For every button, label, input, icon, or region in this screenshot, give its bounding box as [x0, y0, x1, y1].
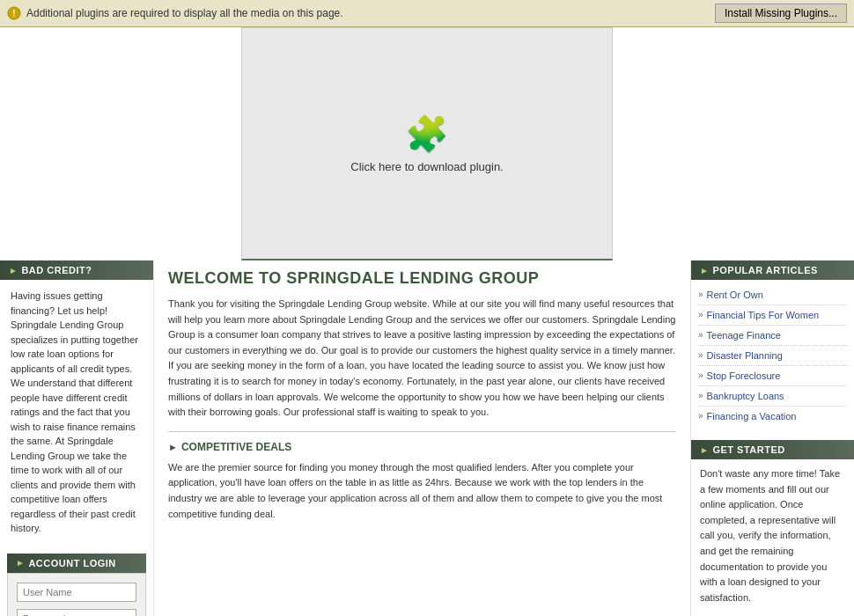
- install-plugins-button[interactable]: Install Missing Plugins...: [715, 4, 847, 23]
- list-item[interactable]: »Stop Foreclosure: [698, 366, 847, 386]
- svg-text:!: !: [12, 9, 15, 18]
- article-link[interactable]: Disaster Planning: [707, 350, 783, 361]
- article-link[interactable]: Financial Tips For Women: [707, 310, 820, 320]
- list-item[interactable]: »Rent Or Own: [698, 285, 847, 305]
- right-column: ► POPULAR ARTICLES »Rent Or Own»Financia…: [691, 260, 854, 616]
- account-login-title: ACCOUNT LOGIN: [28, 558, 115, 568]
- popular-articles-title: POPULAR ARTICLES: [712, 265, 817, 275]
- get-started-header: ► GET STARTED: [691, 440, 854, 459]
- plugin-download-text: Click here to download plugin.: [350, 160, 503, 173]
- welcome-text: Thank you for visiting the Springdale Le…: [168, 297, 676, 421]
- username-input[interactable]: [17, 583, 136, 602]
- left-column: ► BAD CREDIT? Having issues getting fina…: [0, 260, 154, 616]
- article-list: »Rent Or Own»Financial Tips For Women»Te…: [691, 280, 854, 431]
- list-item[interactable]: »Financial Tips For Women: [698, 305, 847, 326]
- popular-articles-section: ► POPULAR ARTICLES »Rent Or Own»Financia…: [691, 260, 854, 431]
- article-arrow-icon: »: [698, 391, 703, 400]
- article-link[interactable]: Stop Foreclosure: [707, 370, 781, 381]
- competitive-arrow: ►: [168, 442, 178, 452]
- list-item[interactable]: »Teenage Finance: [698, 326, 847, 346]
- get-started-text: Don't waste any more time! Take a few mo…: [691, 459, 854, 612]
- plugin-message: Additional plugins are required to displ…: [26, 7, 343, 19]
- main-wrapper: 🧩 Click here to download plugin. ► BAD C…: [0, 27, 854, 616]
- article-arrow-icon: »: [698, 310, 703, 319]
- password-input[interactable]: [17, 609, 136, 617]
- middle-column: WELCOME TO SPRINGDALE LENDING GROUP Than…: [154, 260, 691, 616]
- get-started-section: ► GET STARTED Don't waste any more time!…: [691, 440, 854, 612]
- competitive-deals-header: ► COMPETITIVE DEALS: [168, 441, 676, 453]
- puzzle-icon: 🧩: [405, 114, 449, 155]
- popular-arrow: ►: [700, 266, 709, 275]
- divider: [168, 431, 676, 432]
- competitive-text: We are the premier source for finding yo…: [168, 460, 676, 522]
- list-item[interactable]: »Financing a Vacation: [698, 407, 847, 426]
- article-arrow-icon: »: [698, 290, 703, 299]
- bad-credit-text: Having issues getting financing? Let us …: [0, 280, 153, 545]
- account-login-header: ► ACCOUNT LOGIN: [7, 554, 146, 573]
- login-arrow: ►: [16, 558, 25, 568]
- login-form: ENTER: [7, 573, 146, 617]
- list-item[interactable]: »Bankruptcy Loans: [698, 386, 847, 407]
- get-started-arrow: ►: [700, 445, 709, 455]
- article-arrow-icon: »: [698, 350, 703, 360]
- article-link[interactable]: Financing a Vacation: [707, 411, 797, 422]
- plugin-bar: ! Additional plugins are required to dis…: [0, 0, 854, 27]
- bad-credit-header: ► BAD CREDIT?: [0, 260, 153, 280]
- list-item[interactable]: »Disaster Planning: [698, 346, 847, 366]
- article-arrow-icon: »: [698, 411, 703, 421]
- article-link[interactable]: Rent Or Own: [707, 290, 763, 300]
- three-column-layout: ► BAD CREDIT? Having issues getting fina…: [0, 260, 854, 616]
- bad-credit-arrow: ►: [9, 266, 18, 275]
- plugin-area[interactable]: 🧩 Click here to download plugin.: [241, 27, 613, 260]
- article-link[interactable]: Bankruptcy Loans: [707, 391, 784, 401]
- popular-articles-header: ► POPULAR ARTICLES: [691, 260, 854, 280]
- warning-icon: !: [7, 6, 21, 20]
- article-arrow-icon: »: [698, 330, 703, 340]
- get-started-title: GET STARTED: [712, 444, 784, 455]
- plugin-bar-left: ! Additional plugins are required to dis…: [7, 6, 343, 20]
- competitive-title: COMPETITIVE DEALS: [181, 441, 291, 453]
- article-arrow-icon: »: [698, 370, 703, 380]
- bad-credit-title: BAD CREDIT?: [21, 265, 92, 275]
- account-login-section: ► ACCOUNT LOGIN ENTER: [7, 554, 146, 617]
- welcome-title: WELCOME TO SPRINGDALE LENDING GROUP: [168, 269, 676, 288]
- article-link[interactable]: Teenage Finance: [707, 330, 781, 341]
